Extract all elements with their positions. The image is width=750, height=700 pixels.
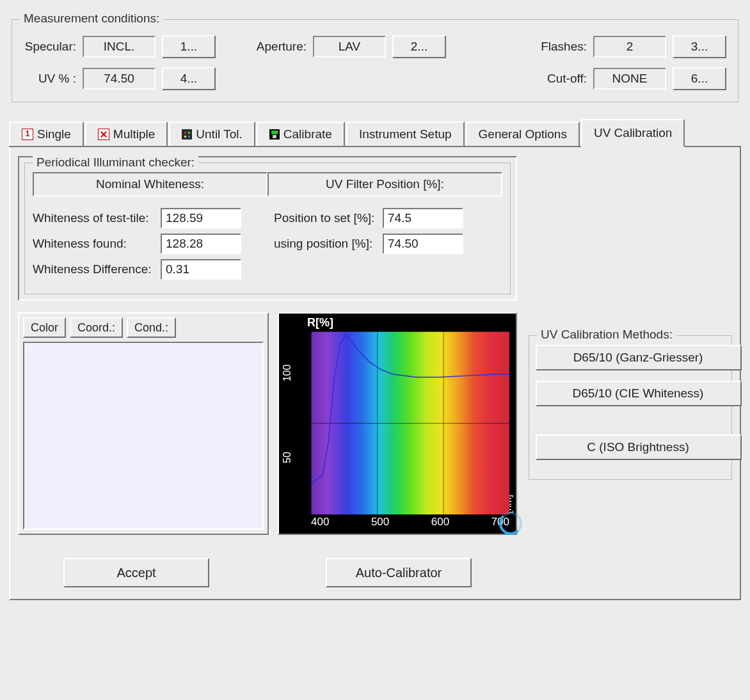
method-iso-brightness-button[interactable]: C (ISO Brightness) — [536, 434, 742, 460]
flashes-button[interactable]: 3... — [673, 35, 726, 58]
color-swatch — [23, 342, 264, 530]
tile-label: Whiteness of test-tile: — [33, 211, 161, 225]
using-pos-value[interactable]: 74.50 — [383, 234, 463, 254]
aperture-button[interactable]: 2... — [392, 35, 446, 58]
xtick-500: 500 — [371, 516, 389, 531]
lower-row: Color Coord.: Cond.: R[%] [nm] 50 100 — [18, 312, 517, 535]
flashes-label: Flashes: — [541, 40, 587, 54]
tab-calibrate-label: Calibrate — [283, 127, 332, 141]
tab-multiple[interactable]: Multiple — [85, 122, 168, 146]
swatch-tab-cond[interactable]: Cond.: — [127, 317, 176, 338]
tab-general-options-label: General Options — [479, 127, 567, 141]
ytick-50: 50 — [282, 445, 293, 470]
tab-instrument-setup-label: Instrument Setup — [359, 127, 452, 141]
swatch-tab-color[interactable]: Color — [23, 317, 66, 338]
chart-xticks: 400 500 600 700 — [311, 516, 509, 531]
tile-value[interactable]: 128.59 — [161, 208, 241, 228]
diff-value[interactable]: 0.31 — [161, 259, 241, 280]
calibrate-icon — [269, 129, 280, 139]
found-value[interactable]: 128.28 — [161, 234, 241, 254]
method-ganz-griesser-button[interactable]: D65/10 (Ganz-Griesser) — [536, 345, 742, 370]
measurement-conditions-title: Measurement conditions: — [20, 12, 163, 26]
swatch-tab-coord[interactable]: Coord.: — [70, 317, 123, 338]
tab-multiple-label: Multiple — [113, 127, 155, 141]
accept-button[interactable]: Accept — [63, 558, 209, 587]
chart-ylabel: R[%] — [307, 316, 333, 330]
pos-set-value[interactable]: 74.5 — [383, 208, 463, 228]
specular-label: Specular: — [25, 40, 76, 54]
uv-button[interactable]: 4... — [162, 67, 216, 90]
cutoff-label: Cut-off: — [547, 72, 587, 86]
uv-calibration-tabbody: Periodical Illuminant checker: Nominal W… — [9, 147, 741, 600]
tab-general-options[interactable]: General Options — [466, 122, 580, 146]
uv-calibration-window: Measurement conditions: Specular: INCL. … — [0, 0, 750, 700]
using-pos-label: using position [%]: — [274, 237, 383, 251]
illuminant-title: Periodical Illuminant checker: — [33, 155, 198, 170]
multiple-icon — [98, 129, 109, 140]
conditions-row-2: UV % : 74.50 4... Cut-off: NONE 6... — [24, 67, 726, 90]
swatch-panel: Color Coord.: Cond.: — [18, 312, 269, 535]
xtick-600: 600 — [431, 516, 449, 531]
single-icon — [22, 129, 33, 140]
tab-instrument-setup[interactable]: Instrument Setup — [346, 122, 465, 146]
specular-value: INCL. — [83, 36, 156, 58]
bottom-buttons: Accept Auto-Calibrator — [18, 558, 517, 587]
method-cie-whiteness-button[interactable]: D65/10 (CIE Whiteness) — [536, 381, 742, 406]
uv-filter-position-header: UV Filter Position [%]: — [267, 172, 502, 196]
busy-spinner-icon — [499, 512, 522, 535]
illuminant-panel: Periodical Illuminant checker: Nominal W… — [18, 156, 517, 301]
tab-until-tol[interactable]: Until Tol. — [169, 122, 255, 146]
tab-until-tol-label: Until Tol. — [196, 127, 243, 141]
aperture-label: Aperture: — [257, 40, 307, 54]
chart-line — [311, 331, 509, 514]
cutoff-value: NONE — [593, 68, 666, 90]
tab-uv-calibration[interactable]: UV Calibration — [581, 119, 685, 147]
reflectance-chart: R[%] [nm] 50 100 400 500 600 — [278, 312, 517, 535]
tab-single-label: Single — [37, 127, 71, 141]
aperture-value: LAV — [313, 36, 386, 58]
ytick-100: 100 — [282, 360, 293, 386]
uv-value: 74.50 — [83, 68, 156, 90]
chart-yticks: 50 100 — [282, 314, 306, 514]
specular-button[interactable]: 1... — [162, 35, 216, 58]
uv-methods-group: UV Calibration Methods: D65/10 (Ganz-Gri… — [529, 335, 732, 480]
until-tol-icon — [182, 129, 192, 139]
nominal-whiteness-header: Nominal Whiteness: — [33, 172, 267, 196]
cutoff-button[interactable]: 6... — [673, 67, 726, 90]
tab-calibrate[interactable]: Calibrate — [257, 122, 345, 146]
conditions-row-1: Specular: INCL. 1... Aperture: LAV 2... … — [24, 35, 726, 58]
auto-calibrator-button[interactable]: Auto-Calibrator — [326, 558, 472, 587]
tabbar: Single Multiple Until Tol. Calibrate Ins… — [9, 119, 741, 147]
uv-label: UV % : — [38, 72, 76, 86]
pos-set-label: Position to set [%]: — [274, 211, 383, 225]
uv-methods-title: UV Calibration Methods: — [537, 328, 676, 342]
illuminant-group: Periodical Illuminant checker: Nominal W… — [24, 163, 511, 294]
tab-single[interactable]: Single — [9, 122, 84, 146]
found-label: Whiteness found: — [33, 237, 161, 251]
diff-label: Whiteness Difference: — [33, 262, 161, 276]
xtick-400: 400 — [311, 516, 329, 531]
tab-uv-calibration-label: UV Calibration — [594, 126, 673, 140]
measurement-conditions-group: Measurement conditions: Specular: INCL. … — [12, 19, 738, 102]
chart-plot-area — [311, 331, 509, 514]
flashes-value: 2 — [593, 36, 666, 58]
